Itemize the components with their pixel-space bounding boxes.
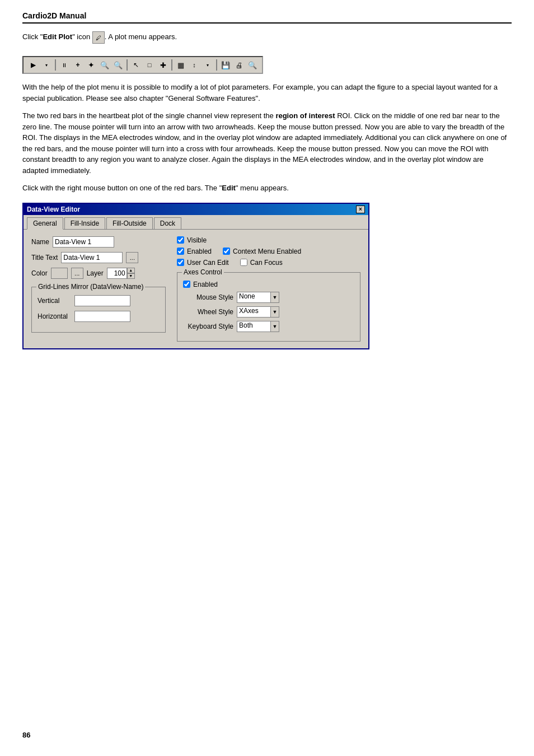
name-input[interactable]	[53, 236, 114, 248]
visible-label: Visible	[187, 236, 207, 244]
layer-up-button[interactable]: ▲	[127, 268, 135, 273]
mouse-style-value[interactable]: None	[237, 292, 270, 303]
enabled-row: Enabled	[177, 248, 212, 255]
wheel-style-value[interactable]: XAxes	[237, 306, 270, 318]
tab-fill-inside[interactable]: Fill-Inside	[64, 217, 105, 229]
can-focus-checkbox[interactable]	[240, 259, 247, 266]
context-menu-checkbox[interactable]	[223, 248, 230, 255]
tab-general[interactable]: General	[27, 217, 63, 230]
user-can-edit-label: User Can Edit	[187, 259, 229, 267]
context-menu-row: Context Menu Enabled	[223, 248, 301, 255]
page-header-title: Cardio2D Manual	[22, 11, 86, 20]
tb-zoom3[interactable]: 🔍	[246, 59, 259, 71]
mouse-style-combo: None ▼	[237, 292, 279, 303]
color-ellipsis-button[interactable]: ...	[71, 268, 83, 279]
context-menu-label: Context Menu Enabled	[233, 248, 301, 255]
data-view-editor-dialog: Data-View Editor × General Fill-Inside F…	[22, 203, 369, 349]
keyboard-style-dropdown-arrow[interactable]: ▼	[270, 321, 279, 332]
layer-spinner-btns: ▲ ▼	[127, 268, 135, 279]
axes-enabled-row: Enabled	[183, 281, 354, 288]
para1-pre: Click "	[22, 32, 43, 41]
dialog-left-panel: Name Title Text ... Color ... Layer ▲	[31, 236, 166, 342]
gridlines-group-title: Grid-Lines Mirror (DataView-Name)	[36, 283, 145, 291]
color-swatch[interactable]	[51, 268, 68, 279]
tb-print[interactable]: 🖨	[233, 59, 245, 71]
para2: With the help of the plot menu it is pos…	[22, 82, 512, 104]
user-can-edit-row: User Can Edit	[177, 259, 229, 267]
tb-sep1	[55, 59, 56, 71]
name-label: Name	[31, 238, 49, 246]
keyboard-style-value[interactable]: Both	[237, 321, 270, 332]
can-focus-row: Can Focus	[240, 259, 283, 267]
toolbar-image: ▶ ▾ ⏸ + ✦ 🔍 🔍 ↖ □ ✚ ▦ ↕ ▾ 💾 🖨 🔍	[22, 56, 263, 74]
tb-zoom2[interactable]: 🔍	[112, 59, 124, 71]
axes-control-title: Axes Control	[182, 268, 224, 276]
para4-pre: Click with the right mouse button on one…	[22, 184, 222, 192]
para1-post: " icon 🖊. A plot menu appears.	[72, 32, 177, 41]
keyboard-style-label: Keyboard Style	[183, 323, 233, 330]
tb-star[interactable]: ✦	[85, 59, 97, 71]
dialog-close-button[interactable]: ×	[356, 206, 365, 213]
edit-term: Edit	[222, 184, 236, 192]
roi-term: region of interest	[275, 111, 335, 120]
vertical-label: Vertical	[38, 297, 71, 305]
tb-cross[interactable]: ✚	[157, 59, 169, 71]
para3-post: ROI. Click on the middle of one red bar …	[22, 111, 507, 175]
layer-down-button[interactable]: ▼	[127, 273, 135, 279]
tb-rect[interactable]: □	[143, 59, 156, 71]
vertical-input[interactable]	[74, 295, 130, 306]
visible-row: Visible	[177, 236, 360, 244]
mouse-style-row: Mouse Style None ▼	[183, 292, 354, 303]
keyboard-style-combo: Both ▼	[237, 321, 279, 332]
wheel-style-label: Wheel Style	[183, 308, 233, 316]
horizontal-input[interactable]	[74, 311, 130, 322]
layer-label: Layer	[87, 269, 104, 277]
mouse-style-dropdown-arrow[interactable]: ▼	[270, 292, 279, 303]
dialog-titlebar: Data-View Editor ×	[24, 204, 368, 215]
tb-dd2[interactable]: ▾	[202, 59, 214, 71]
tab-fill-outside[interactable]: Fill-Outside	[106, 217, 153, 229]
tb-arrows[interactable]: ↕	[188, 59, 200, 71]
edit-plot-term: Edit Plot	[43, 32, 72, 41]
tb-save[interactable]: 💾	[219, 59, 232, 71]
wheel-style-dropdown-arrow[interactable]: ▼	[270, 306, 279, 318]
enabled-checkbox[interactable]	[177, 248, 184, 255]
title-text-label: Title Text	[31, 254, 58, 262]
axes-enabled-checkbox[interactable]	[183, 281, 190, 288]
para4-post: " menu appears.	[236, 184, 289, 192]
keyboard-style-row: Keyboard Style Both ▼	[183, 321, 354, 332]
tb-sep2	[127, 59, 128, 71]
layer-spinner: ▲ ▼	[107, 268, 135, 279]
tb-grid[interactable]: ▦	[175, 59, 187, 71]
tb-sep4	[216, 59, 217, 71]
wheel-style-combo: XAxes ▼	[237, 306, 279, 318]
tb-cursor[interactable]: ↖	[130, 59, 142, 71]
layer-input[interactable]	[107, 268, 127, 279]
tb-zoom1[interactable]: 🔍	[99, 59, 111, 71]
color-label: Color	[31, 269, 48, 277]
title-text-row: Title Text ...	[31, 252, 166, 263]
dialog-right-panel: Visible Enabled Context Menu Enabled Use…	[177, 236, 360, 342]
tb-sep3	[171, 59, 172, 71]
title-text-input[interactable]	[61, 252, 123, 263]
tab-dock[interactable]: Dock	[154, 217, 181, 229]
vertical-row: Vertical	[38, 295, 160, 306]
horizontal-label: Horizontal	[38, 312, 71, 320]
para4: Click with the right mouse button on one…	[22, 183, 512, 194]
enabled-context-row: Enabled Context Menu Enabled	[177, 248, 360, 255]
horizontal-row: Horizontal	[38, 311, 160, 322]
tb-dropdown[interactable]: ▾	[40, 59, 53, 71]
tb-play[interactable]: ▶	[27, 59, 39, 71]
dialog-tabs: General Fill-Inside Fill-Outside Dock	[24, 215, 368, 230]
title-ellipsis-button[interactable]: ...	[126, 252, 138, 263]
para3: The two red bars in the heartbeat plot o…	[22, 110, 512, 176]
visible-checkbox[interactable]	[177, 236, 184, 244]
enabled-label: Enabled	[187, 248, 212, 255]
user-can-edit-checkbox[interactable]	[177, 259, 184, 266]
tb-pause[interactable]: ⏸	[58, 59, 71, 71]
dialog-title: Data-View Editor	[27, 206, 80, 213]
user-edit-focus-row: User Can Edit Can Focus	[177, 259, 360, 267]
wheel-style-row: Wheel Style XAxes ▼	[183, 306, 354, 318]
tb-add[interactable]: +	[72, 59, 84, 71]
gridlines-group: Grid-Lines Mirror (DataView-Name) Vertic…	[31, 287, 166, 333]
